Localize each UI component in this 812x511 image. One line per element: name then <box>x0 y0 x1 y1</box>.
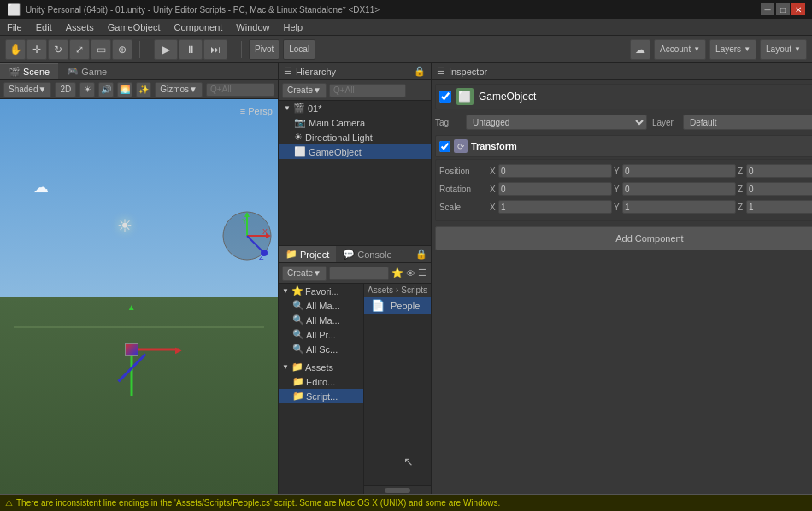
scene-view[interactable]: ☀ ▶ ▲ <box>0 99 278 494</box>
scale-tool-button[interactable]: ⤢ <box>69 39 90 60</box>
maximize-button[interactable]: □ <box>776 3 790 15</box>
rotation-label: Rotation <box>439 185 486 194</box>
rotation-z-input: Z <box>738 182 812 196</box>
scene-search-input[interactable] <box>206 83 274 97</box>
position-y-field[interactable] <box>622 164 736 178</box>
scale-z-field[interactable] <box>746 200 812 214</box>
2d-button[interactable]: 2D <box>55 82 76 97</box>
menu-edit[interactable]: Edit <box>29 21 59 34</box>
local-button[interactable]: Local <box>283 39 315 60</box>
tab-project[interactable]: 📁 Project <box>279 246 336 262</box>
scrollbar-thumb[interactable] <box>385 488 410 493</box>
tab-scene[interactable]: 🎬 Scene <box>0 63 58 79</box>
file-people[interactable]: 📄 People <box>364 297 431 314</box>
menu-window[interactable]: Window <box>229 21 276 34</box>
position-label: Position <box>439 167 486 176</box>
pause-button[interactable]: ⏸ <box>179 39 203 60</box>
fav-allmat[interactable]: 🔍 All Ma... <box>279 298 363 313</box>
assets-editor[interactable]: 📁 Edito... <box>279 374 363 389</box>
light-toggle[interactable]: ☀ <box>79 82 95 97</box>
account-button[interactable]: Account ▼ <box>654 39 706 60</box>
sky-toggle[interactable]: 🌅 <box>117 82 132 97</box>
rotation-y-field[interactable] <box>622 182 736 196</box>
tag-dropdown[interactable]: Untagged <box>466 115 647 130</box>
inspector-content: ⬜ GameObject Static Tag Untagged Layer D… <box>432 80 812 494</box>
favorites-header[interactable]: ▼ ⭐ Favori... <box>279 284 363 298</box>
pivot-button[interactable]: Pivot <box>249 39 279 60</box>
scale-row: Scale X Y Z <box>439 199 812 214</box>
hierarchy-item-gameobject[interactable]: ⬜ GameObject <box>279 144 431 159</box>
add-component-button[interactable]: Add Component <box>435 226 812 250</box>
gizmos-button[interactable]: Gizmos ▼ <box>155 82 203 97</box>
inspector-header: ☰ Inspector 🔒 <box>432 63 812 80</box>
tab-game[interactable]: 🎮 Game <box>58 63 115 79</box>
hierarchy-search-input[interactable] <box>329 84 406 97</box>
position-y-input: Y <box>614 164 736 178</box>
layers-button[interactable]: Layers ▼ <box>709 39 756 60</box>
scale-x-field[interactable] <box>498 200 612 214</box>
fav-allmat2[interactable]: 🔍 All Ma... <box>279 313 363 327</box>
hierarchy-item-directionallight[interactable]: ☀ Directional Light <box>279 130 431 144</box>
scene-tabs: 🎬 Scene 🎮 Game <box>0 63 278 80</box>
hierarchy-icon: ☰ <box>284 66 292 77</box>
rotate-tool-button[interactable]: ↻ <box>48 39 68 60</box>
scale-z-input: Z <box>738 200 812 214</box>
right-panel: ☰ Inspector 🔒 ⬜ GameObject Static Tag Un… <box>432 63 812 494</box>
audio-toggle[interactable]: 🔊 <box>98 82 114 97</box>
breadcrumb-scripts[interactable]: Scripts <box>401 285 427 295</box>
window-controls: ─ □ ✕ <box>761 3 805 15</box>
project-lock-icon[interactable]: 🔒 <box>415 249 427 260</box>
tab-scene-label: Scene <box>23 67 50 77</box>
transform-enabled-checkbox[interactable] <box>439 141 450 152</box>
menu-gameobject[interactable]: GameObject <box>101 21 168 34</box>
fav-allsc[interactable]: 🔍 All Sc... <box>279 342 363 356</box>
rotation-z-field[interactable] <box>746 182 812 196</box>
layout-button[interactable]: Layout ▼ <box>760 39 807 60</box>
project-icon: 📁 <box>285 249 297 260</box>
play-button[interactable]: ▶ <box>154 39 178 60</box>
gizmo-y-arrow: ▲ <box>127 302 136 312</box>
rotation-x-field[interactable] <box>498 182 612 196</box>
hierarchy-lock-icon[interactable]: 🔒 <box>414 66 426 77</box>
tab-console[interactable]: 💬 Console <box>336 246 398 262</box>
gameobject-enabled-checkbox[interactable] <box>439 91 451 103</box>
project-menu-icon[interactable]: ☰ <box>418 267 427 279</box>
assets-scripts[interactable]: 📁 Script... <box>279 389 363 403</box>
menu-file[interactable]: File <box>0 21 29 34</box>
assets-header[interactable]: ▼ 📁 Assets <box>279 360 363 374</box>
add-component-label: Add Component <box>615 233 684 244</box>
scale-xyz: X Y Z <box>490 200 812 214</box>
shaded-button[interactable]: Shaded ▼ <box>3 82 51 97</box>
cloud-button[interactable]: ☁ <box>630 39 650 60</box>
menu-component[interactable]: Component <box>167 21 229 34</box>
scale-x-label: X <box>490 203 498 212</box>
hand-tool-button[interactable]: ✋ <box>5 39 26 60</box>
menu-help[interactable]: Help <box>276 21 309 34</box>
fav-allpre[interactable]: 🔍 All Pr... <box>279 327 363 342</box>
menu-assets[interactable]: Assets <box>59 21 101 34</box>
assets-label: Assets <box>305 362 333 373</box>
fx-toggle[interactable]: ✨ <box>136 82 151 97</box>
transform-icon: ⟳ <box>454 139 468 153</box>
transform-tool-button[interactable]: ⊕ <box>112 39 132 60</box>
project-search-input[interactable] <box>329 267 389 280</box>
project-star-icon[interactable]: ⭐ <box>391 267 403 279</box>
step-button[interactable]: ⏭ <box>203 39 227 60</box>
minimize-button[interactable]: ─ <box>761 3 774 15</box>
hierarchy-create-button[interactable]: Create ▼ <box>282 83 327 98</box>
toolbar: ✋ ✛ ↻ ⤢ ▭ ⊕ ▶ ⏸ ⏭ Pivot Local ☁ Account … <box>0 36 812 63</box>
hierarchy-item-maincamera[interactable]: 📷 Main Camera <box>279 115 431 130</box>
rect-tool-button[interactable]: ▭ <box>91 39 111 60</box>
move-tool-button[interactable]: ✛ <box>26 39 47 60</box>
project-create-button[interactable]: Create ▼ <box>282 266 327 281</box>
project-eye-icon[interactable]: 👁 <box>406 268 415 279</box>
breadcrumb-assets[interactable]: Assets <box>368 285 393 295</box>
scene-root-item[interactable]: ▼ 🎬 01* <box>279 101 431 115</box>
close-button[interactable]: ✕ <box>791 3 805 15</box>
scale-y-field[interactable] <box>622 200 736 214</box>
camera-icon: 📷 <box>294 117 306 128</box>
layer-dropdown[interactable]: Default <box>683 115 812 130</box>
position-z-field[interactable] <box>746 164 812 178</box>
position-x-field[interactable] <box>498 164 612 178</box>
hierarchy-content: ▼ 🎬 01* 📷 Main Camera ☀ Directional Ligh… <box>279 101 431 245</box>
